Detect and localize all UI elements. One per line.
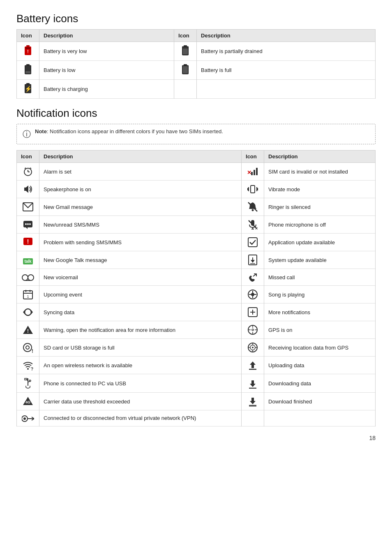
sim-invalid-desc: SIM card is invalid or not installed bbox=[264, 163, 376, 181]
downloading-desc: Downloading data bbox=[264, 374, 376, 393]
battery-icon-cell bbox=[174, 42, 197, 61]
sdcard-full-icon: ! bbox=[23, 342, 33, 353]
battery-icon-empty bbox=[174, 80, 197, 99]
sms-problem-icon-cell: ! bbox=[17, 234, 39, 251]
song-playing-icon-cell bbox=[242, 286, 264, 303]
talk-icon: talk bbox=[23, 258, 32, 264]
syncing-icon bbox=[23, 307, 33, 317]
ringer-silenced-desc: Ringer is silenced bbox=[264, 198, 376, 216]
svg-text:1: 1 bbox=[27, 294, 29, 299]
carrier-threshold-desc: Carrier data use threshold exceeded bbox=[39, 393, 242, 410]
svg-point-31 bbox=[252, 209, 254, 211]
song-playing-desc: Song is playing bbox=[264, 286, 376, 303]
voicemail-icon bbox=[22, 273, 34, 282]
downloading-icon bbox=[248, 378, 257, 389]
table-row: ⚡ Battery is charging bbox=[17, 80, 376, 99]
vpn-icon-cell bbox=[17, 410, 39, 426]
gmail-desc: New Gmail message bbox=[39, 198, 242, 216]
table-row: New voicemail Missed call bbox=[17, 269, 376, 286]
svg-text:✕: ✕ bbox=[247, 169, 251, 176]
usb-desc: Phone is connected to PC via USB bbox=[39, 374, 242, 393]
sim-invalid-icon-cell: ✕ bbox=[242, 163, 264, 181]
battery-desc-empty bbox=[197, 80, 376, 99]
mic-off-icon: ✕ bbox=[247, 219, 258, 230]
vibrate-desc: Vibrate mode bbox=[264, 181, 376, 198]
svg-point-51 bbox=[28, 275, 34, 280]
battery-icon-cell: ! bbox=[17, 42, 39, 61]
sim-invalid-icon: ✕ bbox=[247, 166, 258, 177]
battery-charging-icon: ⚡ bbox=[25, 83, 31, 94]
mic-off-desc: Phone microphone is off bbox=[264, 216, 376, 234]
svg-rect-6 bbox=[183, 49, 188, 54]
downloading-icon-cell bbox=[242, 374, 264, 393]
receiving-gps-desc: Receiving location data from GPS bbox=[264, 339, 376, 357]
voicemail-desc: New voicemail bbox=[39, 269, 242, 286]
gps-on-icon bbox=[247, 324, 258, 335]
svg-point-50 bbox=[22, 275, 28, 280]
battery-table: Icon Description Icon Description ! Batt… bbox=[16, 29, 376, 99]
battery-partial-icon bbox=[182, 45, 189, 56]
battery-col-icon1: Icon bbox=[17, 30, 39, 42]
system-update-icon-cell bbox=[242, 251, 264, 269]
table-row: 4G Carrier data use threshold exceeded D… bbox=[17, 393, 376, 410]
table-row: talk New Google Talk message System upda… bbox=[17, 251, 376, 269]
voicemail-icon-cell bbox=[17, 269, 39, 286]
alarm-icon bbox=[23, 166, 33, 177]
sms-icon-cell bbox=[17, 216, 39, 234]
battery-desc-cell: Battery is partially drained bbox=[197, 42, 376, 61]
battery-desc-cell: Battery is charging bbox=[39, 80, 174, 99]
battery-col-desc1: Description bbox=[39, 30, 174, 42]
receiving-gps-icon-cell bbox=[242, 339, 264, 357]
battery-desc-cell: Battery is full bbox=[197, 61, 376, 80]
svg-point-105 bbox=[23, 417, 26, 420]
battery-col-desc2: Description bbox=[197, 30, 376, 42]
open-wifi-icon: ? bbox=[23, 360, 33, 371]
note-text: Note: Notification icons appear in diffe… bbox=[35, 128, 223, 134]
svg-point-73 bbox=[252, 329, 254, 331]
download-finished-icon-cell bbox=[242, 393, 264, 410]
table-row: New Gmail message Ringer is silenced bbox=[17, 198, 376, 216]
sms-desc: New/unread SMS/MMS bbox=[39, 216, 242, 234]
syncing-desc: Syncing data bbox=[39, 303, 242, 321]
carrier-threshold-icon-cell: 4G bbox=[17, 393, 39, 410]
speakerphone-icon bbox=[23, 184, 33, 195]
svg-text:?: ? bbox=[31, 367, 33, 371]
svg-point-88 bbox=[27, 368, 29, 370]
svg-rect-25 bbox=[251, 185, 255, 193]
usb-icon-cell bbox=[17, 374, 39, 393]
notification-table: Icon Description Icon Description Alarm … bbox=[16, 150, 376, 426]
sdcard-full-desc: SD card or USB storage is full bbox=[39, 339, 242, 357]
upcoming-event-icon-cell: 1 bbox=[17, 286, 39, 303]
vpn-icon-empty bbox=[242, 410, 264, 426]
table-row: 1 Upcoming event Song is playing bbox=[17, 286, 376, 303]
svg-rect-0 bbox=[26, 45, 30, 46]
table-row: ? An open wireless network is available … bbox=[17, 357, 376, 374]
speakerphone-icon-cell bbox=[17, 181, 39, 198]
receiving-gps-icon bbox=[247, 342, 258, 353]
uploading-icon bbox=[248, 360, 257, 371]
battery-icon-cell bbox=[174, 61, 197, 80]
svg-text:⚡: ⚡ bbox=[25, 86, 31, 93]
svg-point-36 bbox=[29, 223, 31, 225]
svg-text:✕: ✕ bbox=[255, 226, 258, 230]
svg-marker-47 bbox=[251, 260, 255, 263]
svg-marker-37 bbox=[26, 227, 28, 229]
battery-icon-cell bbox=[17, 61, 39, 80]
sms-icon bbox=[23, 219, 33, 230]
system-update-icon bbox=[248, 255, 257, 265]
download-finished-desc: Download finished bbox=[264, 393, 376, 410]
svg-rect-12 bbox=[183, 66, 188, 73]
notif-col-icon1: Icon bbox=[17, 151, 39, 163]
table-row: Speakerphone is on Vibrate mode bbox=[17, 181, 376, 198]
syncing-icon-cell bbox=[17, 303, 39, 321]
missed-call-icon-cell bbox=[242, 269, 264, 286]
sms-problem-desc: Problem with sending SMS/MMS bbox=[39, 234, 242, 251]
open-wifi-desc: An open wireless network is available bbox=[39, 357, 242, 374]
alarm-desc: Alarm is set bbox=[39, 163, 242, 181]
missed-call-icon bbox=[247, 272, 258, 282]
battery-full-icon bbox=[182, 64, 189, 75]
usb-icon bbox=[23, 378, 32, 389]
svg-point-60 bbox=[251, 293, 254, 296]
upcoming-event-desc: Upcoming event bbox=[39, 286, 242, 303]
more-notif-icon bbox=[248, 307, 258, 317]
